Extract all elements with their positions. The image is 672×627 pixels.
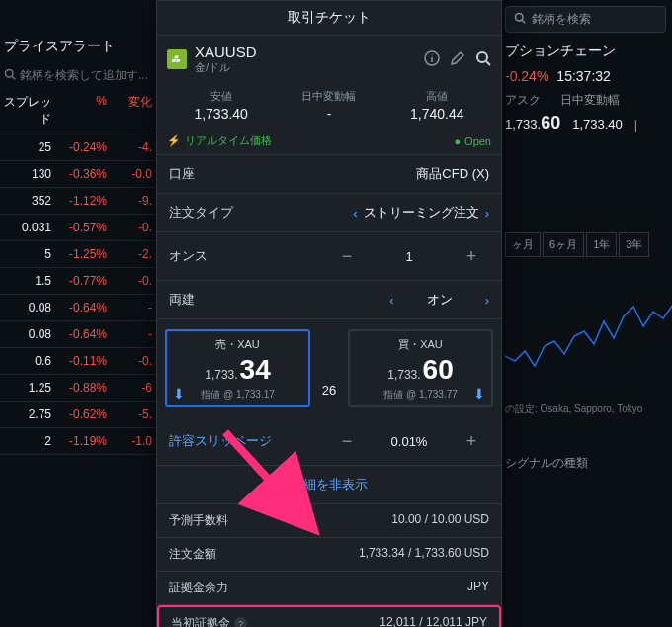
table-row[interactable]: 0.08-0.64%- <box>0 295 158 321</box>
chevron-right-icon[interactable]: › <box>485 206 489 221</box>
arrow-down-icon: ⬇ <box>473 386 485 402</box>
fee-value: 10.00 / 10.00 USD <box>391 512 489 529</box>
right-panel: 銘柄を検索 プションチェーン -0.24% 15:37:32 アスク 日中変動幅… <box>499 0 672 478</box>
hedge-label: 両建 <box>169 291 389 309</box>
search-icon[interactable] <box>475 50 491 69</box>
timeframe-tabs: ヶ月 6ヶ月 1年 3年 <box>505 232 666 257</box>
price-alert-panel: プライスアラート 銘柄を検索して追加す... スプレッド % 変化 25-0.2… <box>0 30 158 455</box>
alert-search-input[interactable]: 銘柄を検索して追加す... <box>0 63 158 88</box>
chevron-left-icon[interactable]: ‹ <box>353 206 357 221</box>
slippage-input[interactable]: 0.01% <box>365 434 454 449</box>
trade-ticket-modal: 取引チケット XAUUSD 金/ドル 安値 1,733.40 日中変動幅 <box>156 0 502 627</box>
slippage-label[interactable]: 許容スリッページ <box>169 432 329 450</box>
search-icon <box>514 12 526 27</box>
init-margin-value: 12,011 / 12,011 JPY <box>379 615 487 627</box>
amount-value: 1,733.34 / 1,733.60 USD <box>359 546 489 563</box>
margin-avail-value: JPY <box>467 580 489 596</box>
fee-label[interactable]: 予測手数料 <box>169 512 228 529</box>
qty-decrease-button[interactable]: − <box>329 242 365 270</box>
ticket-title: 取引チケット <box>157 1 501 36</box>
chart-timezone-note: の設定: Osaka, Sapporo, Tokyo <box>505 403 666 416</box>
signal-label: シグナルの種類 <box>505 455 666 472</box>
table-row[interactable]: 130-0.36%-0.0 <box>0 161 158 188</box>
price-alert-title: プライスアラート <box>0 30 158 63</box>
search-icon <box>4 68 16 83</box>
symbol-search-input[interactable]: 銘柄を検索 <box>505 6 666 33</box>
tab-3y[interactable]: 3年 <box>619 232 649 257</box>
table-row[interactable]: 2.75-0.62%-5. <box>0 402 158 428</box>
table-row[interactable]: 1.5-0.77%-0. <box>0 268 158 295</box>
account-label: 口座 <box>169 165 416 183</box>
slip-increase-button[interactable]: + <box>454 427 489 455</box>
status-dot-icon: ● <box>454 135 461 147</box>
account-select[interactable]: 商品CFD (X) <box>416 165 489 183</box>
amount-label: 注文金額 <box>169 546 216 563</box>
high-value: 1,740.44 <box>383 106 491 122</box>
chevron-left-icon[interactable]: ‹ <box>389 293 393 308</box>
symbol-sub: 金/ドル <box>195 60 416 75</box>
alert-table-header: スプレッド % 変化 <box>0 88 158 134</box>
table-row[interactable]: 352-1.12%-9. <box>0 188 158 215</box>
margin-avail-label: 証拠金余力 <box>169 580 228 596</box>
bolt-icon: ⚡ <box>167 134 181 147</box>
table-row[interactable]: 1.25-0.88%-6 <box>0 375 158 402</box>
low-value: 1,733.40 <box>167 106 275 122</box>
table-row[interactable]: 25-0.24%-4. <box>0 134 158 161</box>
svg-point-3 <box>477 52 487 62</box>
margin-highlight-box: 当初証拠金 ? 12,011 / 12,011 JPY 維持証拠金 ? 12,0… <box>157 605 501 627</box>
init-margin-label: 当初証拠金 ? <box>171 615 247 627</box>
gold-icon <box>167 49 187 69</box>
market-status: Open <box>464 135 491 147</box>
realtime-label: リアルタイム価格 <box>185 134 272 148</box>
symbol-name: XAUUSD <box>195 44 416 60</box>
help-icon[interactable]: ? <box>234 617 247 627</box>
detail-toggle-button[interactable]: 詳細を非表示 <box>157 466 501 504</box>
sell-button[interactable]: 売・XAU 1,733. 34 指値 @ 1,733.17 ⬇ <box>165 329 310 407</box>
timestamp: 15:37:32 <box>556 68 611 84</box>
hedge-toggle[interactable]: ‹ オン › <box>389 291 489 309</box>
slippage-stepper: − 0.01% + <box>329 427 489 455</box>
tab-1y[interactable]: 1年 <box>586 232 617 257</box>
table-row[interactable]: 0.031-0.57%-0. <box>0 215 158 241</box>
slip-decrease-button[interactable]: − <box>329 427 365 455</box>
svg-point-1 <box>516 14 524 22</box>
option-chain-title: プションチェーン <box>505 43 666 60</box>
buy-button[interactable]: 買・XAU 1,733. 60 指値 @ 1,733.77 ⬇ <box>348 329 493 407</box>
quantity-stepper: − 1 + <box>329 242 489 270</box>
change-percent: -0.24% <box>505 68 548 84</box>
range-value: - <box>275 106 382 122</box>
high-label: 高値 <box>383 89 491 104</box>
range-label: 日中変動幅 <box>275 89 382 104</box>
table-row[interactable]: 2-1.19%-1.0 <box>0 428 158 455</box>
qty-increase-button[interactable]: + <box>454 242 489 270</box>
arrow-down-icon: ⬇ <box>173 386 185 402</box>
table-row[interactable]: 0.6-0.11%-0. <box>0 348 158 375</box>
tab-6m[interactable]: 6ヶ月 <box>543 232 584 257</box>
quantity-input[interactable]: 1 <box>365 249 454 264</box>
svg-point-0 <box>6 70 14 78</box>
price-chart[interactable]: の設定: Osaka, Sapporo, Tokyo <box>505 277 666 425</box>
order-type-label: 注文タイプ <box>169 204 353 222</box>
low-label: 安値 <box>167 89 275 104</box>
info-icon[interactable] <box>424 50 440 69</box>
order-type-select[interactable]: ‹ ストリーミング注文 › <box>353 204 489 222</box>
tab-1m[interactable]: ヶ月 <box>505 232 541 257</box>
spread-value: 26 <box>314 383 344 398</box>
chevron-right-icon[interactable]: › <box>485 293 489 308</box>
edit-icon[interactable] <box>450 50 465 69</box>
table-row[interactable]: 0.08-0.64%- <box>0 321 158 348</box>
quantity-label: オンス <box>169 247 329 265</box>
table-row[interactable]: 5-1.25%-2. <box>0 241 158 268</box>
